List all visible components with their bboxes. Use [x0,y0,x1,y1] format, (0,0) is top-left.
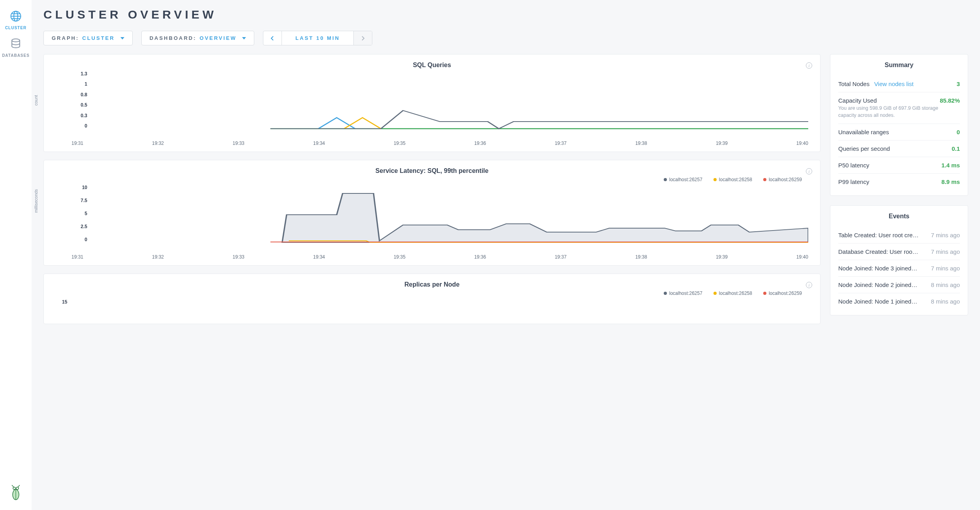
event-text: Node Joined: Node 2 joined… [838,281,927,288]
legend-item: localhost:26257 [664,177,702,182]
summary-label: Capacity Used [838,97,940,104]
chart-title: SQL Queries [52,62,812,69]
chart-legend: localhost:26257 localhost:26258 localhos… [52,291,802,296]
sidebar-item-cluster[interactable]: CLUSTER [0,6,32,34]
summary-value: 1.4 ms [941,162,960,169]
summary-value: 3 [957,81,960,87]
summary-title: Summary [838,62,960,69]
legend-item: localhost:26259 [763,177,802,182]
svg-point-5 [16,487,19,489]
y-tick: 15 [62,299,67,305]
summary-row-total-nodes: Total Nodes View nodes list 3 [838,76,960,92]
legend-dot-icon [763,178,766,181]
y-axis-label: count [34,95,38,106]
x-axis-ticks: 19:31 19:32 19:33 19:34 19:35 19:36 19:3… [71,141,808,146]
summary-label: Total Nodes [838,81,869,87]
chevron-down-icon [242,37,246,39]
info-icon[interactable]: i [806,168,812,174]
x-axis-ticks: 19:31 19:32 19:33 19:34 19:35 19:36 19:3… [71,254,808,260]
chart-title: Service Latency: SQL, 99th percentile [52,167,812,174]
event-row[interactable]: Table Created: User root cre… 7 mins ago [838,227,960,244]
y-axis-ticks: 10 7.5 5 2.5 0 [71,185,87,242]
legend-item: localhost:26259 [763,291,802,296]
event-row[interactable]: Node Joined: Node 2 joined… 8 mins ago [838,277,960,293]
svg-point-2 [12,39,20,42]
graph-dropdown-label: GRAPH: [52,35,79,41]
event-text: Node Joined: Node 1 joined… [838,298,927,305]
legend-dot-icon [763,292,766,295]
y-axis-ticks: 1.3 1 0.8 0.5 0.3 0 [71,71,87,129]
sidebar: CLUSTER DATABASES [0,0,32,510]
chart-plot-area: 1.3 1 0.8 0.5 0.3 0 [71,71,808,138]
event-time: 7 mins ago [931,265,960,272]
cockroach-logo-icon [9,484,23,502]
legend-item: localhost:26258 [713,291,752,296]
graph-dropdown-value: CLUSTER [82,35,115,41]
event-row[interactable]: Node Joined: Node 1 joined… 8 mins ago [838,293,960,309]
time-prev-button[interactable] [263,31,282,45]
summary-value: 0 [957,129,960,135]
dashboard-dropdown-value: OVERVIEW [200,35,237,41]
chart-title: Replicas per Node [52,281,812,288]
summary-label: P99 latency [838,178,869,185]
chart-legend: localhost:26257 localhost:26258 localhos… [52,177,802,182]
chart-card-sql-queries: i SQL Queries count 1.3 1 0.8 0.5 0.3 0 [43,54,820,152]
legend-item: localhost:26258 [713,177,752,182]
chart-card-replicas: i Replicas per Node localhost:26257 loca… [43,274,820,324]
events-panel: Events Table Created: User root cre… 7 m… [830,205,968,315]
info-icon[interactable]: i [806,62,812,69]
summary-row-capacity: Capacity Used You are using 598.9 GiB of… [838,92,960,124]
summary-label: P50 latency [838,162,869,169]
time-next-button[interactable] [354,31,372,45]
legend-dot-icon [713,292,717,295]
time-range-group: LAST 10 MIN [263,31,372,45]
graph-dropdown[interactable]: GRAPH: CLUSTER [43,31,133,45]
legend-dot-icon [713,178,717,181]
event-row[interactable]: Database Created: User roo… 7 mins ago [838,244,960,260]
sidebar-item-label: CLUSTER [5,26,26,30]
chevron-right-icon [361,36,365,41]
chart-plot-area: 10 7.5 5 2.5 0 [71,185,808,252]
event-time: 8 mins ago [931,298,960,305]
svg-point-4 [13,487,15,489]
summary-row-p50: P50 latency 1.4 ms [838,157,960,174]
summary-panel: Summary Total Nodes View nodes list 3 Ca… [830,54,968,196]
dashboard-dropdown[interactable]: DASHBOARD: OVERVIEW [141,31,255,45]
summary-row-p99: P99 latency 8.9 ms [838,174,960,190]
info-icon[interactable]: i [806,282,812,288]
dashboard-dropdown-label: DASHBOARD: [150,35,197,41]
summary-row-unavailable: Unavailable ranges 0 [838,124,960,141]
summary-label: Unavailable ranges [838,129,889,135]
y-axis-label: milliseconds [34,189,38,213]
time-range-label[interactable]: LAST 10 MIN [282,31,353,45]
event-text: Table Created: User root cre… [838,232,927,238]
controls-bar: GRAPH: CLUSTER DASHBOARD: OVERVIEW LAST … [43,31,968,45]
view-nodes-link[interactable]: View nodes list [874,81,914,87]
summary-value: 8.9 ms [941,178,960,185]
chevron-down-icon [120,37,124,39]
page-title: CLUSTER OVERVIEW [43,8,968,21]
sidebar-item-label: DATABASES [2,53,30,58]
event-text: Node Joined: Node 3 joined… [838,265,927,272]
legend-dot-icon [664,292,667,295]
events-title: Events [838,213,960,220]
event-time: 8 mins ago [931,281,960,288]
sidebar-item-databases[interactable]: DATABASES [0,34,32,62]
summary-subtext: You are using 598.9 GiB of 697.9 GiB sto… [838,105,940,119]
legend-dot-icon [664,178,667,181]
event-row[interactable]: Node Joined: Node 3 joined… 7 mins ago [838,260,960,277]
event-text: Database Created: User roo… [838,248,927,255]
database-icon [10,38,22,51]
chevron-left-icon [270,36,274,41]
event-time: 7 mins ago [931,248,960,255]
summary-label: Queries per second [838,145,890,152]
chart-plot-area: 15 [71,298,812,318]
globe-icon [10,10,22,23]
summary-value: 85.82% [940,97,960,104]
summary-row-qps: Queries per second 0.1 [838,141,960,157]
chart-card-service-latency: i Service Latency: SQL, 99th percentile … [43,160,820,266]
legend-item: localhost:26257 [664,291,702,296]
event-time: 7 mins ago [931,232,960,238]
summary-value: 0.1 [952,145,960,152]
